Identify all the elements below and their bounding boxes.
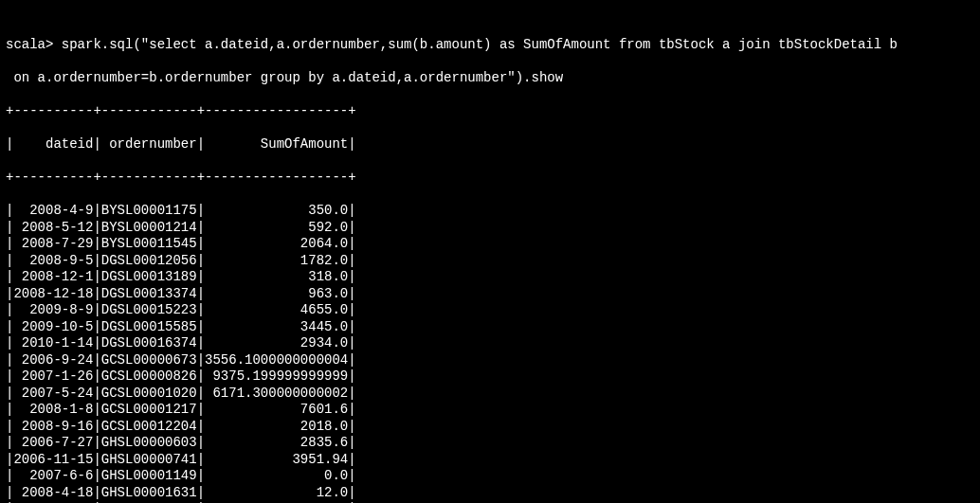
table-row: | 2007-6-6|GHSL00001149| 0.0| xyxy=(6,468,974,485)
table-row: | 2008-12-1|DGSL00013189| 318.0| xyxy=(6,269,974,286)
table-row: | 2008-9-16|GCSL00012204| 2018.0| xyxy=(6,419,974,436)
table-row: |2006-11-15|GHSL00000741| 3951.94| xyxy=(6,452,974,469)
scala-prompt-line1: scala> spark.sql("select a.dateid,a.orde… xyxy=(6,37,974,54)
table-row: | 2008-4-18|GHSL00001631| 12.0| xyxy=(6,485,974,502)
table-row: |2008-12-18|DGSL00013374| 963.0| xyxy=(6,286,974,303)
table-body: | 2008-4-9|BYSL00001175| 350.0|| 2008-5-… xyxy=(6,203,974,503)
table-row: | 2009-8-9|DGSL00015223| 4655.0| xyxy=(6,302,974,319)
table-header: | dateid| ordernumber| SumOfAmount| xyxy=(6,136,974,153)
table-row: | 2010-1-14|DGSL00016374| 2934.0| xyxy=(6,335,974,352)
table-row: | 2008-1-8|GCSL00001217| 7601.6| xyxy=(6,402,974,419)
table-row: | 2008-7-29|BYSL00011545| 2064.0| xyxy=(6,236,974,253)
table-border-mid: +----------+------------+---------------… xyxy=(6,170,974,187)
table-row: | 2007-5-24|GCSL00001020| 6171.300000000… xyxy=(6,386,974,403)
scala-prompt-line2: on a.ordernumber=b.ordernumber group by … xyxy=(6,70,974,87)
table-row: | 2008-4-9|BYSL00001175| 350.0| xyxy=(6,203,974,220)
table-row: | 2006-7-27|GHSL00000603| 2835.6| xyxy=(6,435,974,452)
table-row: | 2009-10-5|DGSL00015585| 3445.0| xyxy=(6,319,974,336)
table-row: | 2007-1-26|GCSL00000826| 9375.199999999… xyxy=(6,368,974,386)
table-border-top: +----------+------------+---------------… xyxy=(6,103,974,120)
table-row: | 2008-5-12|BYSL00001214| 592.0| xyxy=(6,220,974,237)
table-row: | 2006-9-24|GCSL00000673|3556.1000000000… xyxy=(6,352,974,369)
table-row: | 2008-9-5|DGSL00012056| 1782.0| xyxy=(6,253,974,270)
